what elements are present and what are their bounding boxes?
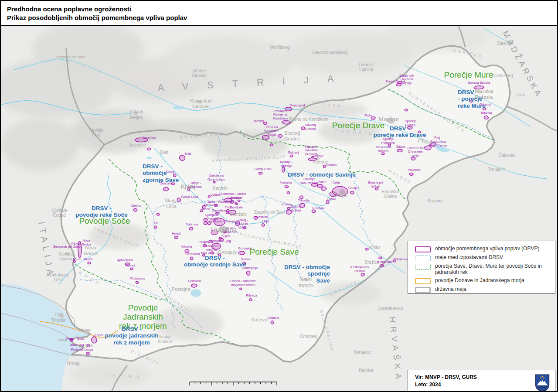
opvp-area <box>87 344 90 347</box>
lake <box>160 153 163 155</box>
opvp-area <box>174 236 178 239</box>
opvp-area <box>172 183 175 185</box>
opvp-area <box>240 288 242 290</box>
lake <box>146 157 152 159</box>
opvp-area <box>88 262 90 264</box>
opvp-area <box>249 299 252 301</box>
legend: območje pomembnega vpliva poplav (OPVP)m… <box>408 241 555 294</box>
opvp-area <box>135 138 147 142</box>
opvp-area <box>380 265 384 267</box>
opvp-area <box>92 337 97 343</box>
opvp-area <box>379 257 382 259</box>
opvp-area <box>214 204 218 206</box>
legend-item: porečja Save, Drave, Mure ter povodji So… <box>415 263 555 276</box>
opvp-area <box>187 187 190 191</box>
slovenia-coat-of-arms-icon <box>535 374 550 392</box>
opvp-area <box>211 252 214 254</box>
opvp-area <box>243 262 246 265</box>
legend-item: meje med izpostavami DRSV <box>415 255 555 261</box>
opvp-area <box>323 165 325 168</box>
opvp-area <box>204 218 207 222</box>
opvp-area <box>86 352 89 355</box>
opvp-area <box>287 191 289 194</box>
opvp-area <box>301 127 305 130</box>
opvp-area <box>136 281 139 283</box>
opvp-area <box>312 210 316 213</box>
opvp-area <box>262 135 269 140</box>
opvp-area <box>208 222 211 225</box>
legend-swatch-icon <box>415 287 431 293</box>
opvp-area <box>218 254 221 256</box>
legend-item: povodje Donave in Jadranskega morja <box>415 278 555 284</box>
opvp-area <box>130 268 133 270</box>
terrain-shading <box>31 23 145 75</box>
opvp-area <box>211 243 221 249</box>
opvp-area <box>238 200 240 202</box>
terrain-shading <box>88 223 149 249</box>
opvp-area <box>287 207 290 209</box>
terrain-shading <box>319 282 380 304</box>
map-title-block: Predhodna ocena poplavne ogroženosti Pri… <box>1 1 557 26</box>
map-page: AVSTRIJAMADŽARSKAITALIJAHRVAŠKAKARAVANKE… <box>0 0 558 392</box>
opvp-area <box>396 84 401 86</box>
legend-swatch-icon <box>415 255 431 261</box>
opvp-area <box>263 122 267 125</box>
opvp-area <box>365 248 368 250</box>
opvp-area <box>418 131 421 133</box>
opvp-area <box>238 251 245 255</box>
terrain-shading <box>201 131 289 160</box>
opvp-area <box>203 254 205 256</box>
opvp-area <box>235 221 240 225</box>
opvp-area <box>312 157 314 158</box>
legend-item-label: državna meja <box>435 286 466 293</box>
opvp-area <box>371 117 375 119</box>
source-line-2: Leto: 2024 <box>415 381 477 389</box>
terrain-shading <box>71 362 149 388</box>
terrain-shading <box>297 101 367 119</box>
opvp-area <box>388 144 391 146</box>
opvp-area <box>350 191 354 194</box>
opvp-area <box>204 222 207 225</box>
opvp-area <box>332 187 348 197</box>
legend-item-label: povodje Donave in Jadranskega morja <box>435 278 524 284</box>
opvp-area <box>228 210 236 215</box>
source-box: Vir: MNVP - DRSV, GURS Leto: 2024 <box>408 370 555 392</box>
legend-swatch-icon <box>415 246 431 252</box>
legend-swatch-icon <box>415 264 431 270</box>
opvp-area <box>408 126 412 130</box>
opvp-area <box>202 205 205 208</box>
opvp-area <box>405 109 408 111</box>
map-title-line-1: Predhodna ocena poplavne ogroženosti <box>7 5 551 14</box>
opvp-area <box>133 208 137 211</box>
opvp-area <box>70 338 72 341</box>
opvp-area <box>286 210 292 214</box>
lake <box>191 289 201 297</box>
opvp-area <box>200 210 203 212</box>
opvp-area <box>397 149 402 152</box>
legend-item-label: meje med izpostavami DRSV <box>435 255 503 261</box>
opvp-area <box>483 108 486 110</box>
opvp-area <box>224 198 231 201</box>
opvp-area <box>177 198 180 202</box>
opvp-area <box>262 224 265 226</box>
opvp-area <box>174 174 176 177</box>
opvp-area <box>321 187 327 190</box>
opvp-area <box>125 263 129 266</box>
opvp-area <box>270 144 273 146</box>
opvp-area <box>157 213 160 215</box>
opvp-area <box>285 186 288 188</box>
map-canvas <box>1 1 558 392</box>
opvp-area <box>185 249 189 253</box>
opvp-area <box>224 231 227 233</box>
terrain-shading <box>162 36 293 88</box>
opvp-area <box>246 271 250 275</box>
opvp-area <box>474 86 484 89</box>
opvp-area <box>361 273 364 276</box>
opvp-area <box>192 284 197 287</box>
opvp-area <box>219 237 222 239</box>
opvp-area <box>299 196 303 199</box>
map-title-line-2: Prikaz posodobljenih območij pomembnega … <box>7 14 551 22</box>
opvp-area <box>381 153 384 155</box>
legend-item: območje pomembnega vpliva poplav (OPVP) <box>415 246 555 252</box>
opvp-area <box>254 216 257 219</box>
